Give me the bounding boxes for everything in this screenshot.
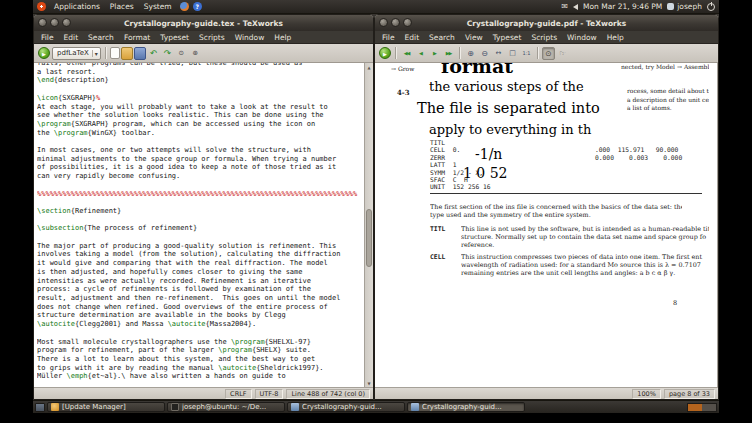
editor-line: \icon{SXGRAPH}% — [37, 94, 364, 103]
menu-edit[interactable]: Edit — [59, 31, 84, 44]
editor-scrollbar[interactable] — [364, 63, 373, 387]
taskbar-item[interactable]: Crystallography-guid... — [407, 402, 525, 412]
editor-line: process: a cycle of refinements is follo… — [37, 285, 364, 294]
taskbar-item[interactable]: Crystallography-guid... — [287, 402, 405, 412]
menu-view[interactable]: View — [460, 31, 488, 44]
menu-system[interactable]: System — [140, 0, 176, 13]
menu-edit[interactable]: Edit — [400, 31, 425, 44]
editor-window-title: Crystallography-guide.tex - TeXworks — [124, 19, 283, 28]
pdf-titlebar[interactable]: Crystallography-guide.pdf - TeXworks — [375, 15, 718, 31]
taskbar-item-label: Crystallography-guid... — [422, 403, 502, 411]
editor-line — [37, 181, 364, 190]
actual-size-icon[interactable]: 1:1 — [520, 47, 533, 60]
minimize-button[interactable] — [50, 18, 59, 27]
help-icon[interactable] — [193, 2, 202, 11]
editor-line: At each stage, you will probably want to… — [37, 103, 364, 112]
editor-line: see whether the solution looks realistic… — [37, 111, 364, 120]
editor-line — [37, 233, 364, 242]
workspace-1[interactable] — [688, 404, 702, 411]
status-page: page 8 of 33 — [664, 389, 715, 399]
zoom-out-icon[interactable]: ⊖ — [478, 47, 491, 60]
zoom-in-icon[interactable]: ⊕ — [464, 47, 477, 60]
scroll-up-icon[interactable] — [365, 63, 373, 71]
scrollbar-thumb[interactable] — [366, 209, 372, 267]
editor-content: fails, other programs can be tried, but … — [34, 63, 373, 387]
power-icon[interactable] — [707, 3, 715, 11]
open-icon[interactable] — [121, 47, 133, 60]
firefox-icon[interactable] — [180, 2, 189, 11]
menu-typeset[interactable]: Typeset — [155, 31, 194, 44]
taskbar-item-label: joseph@ubuntu: ~/De... — [182, 403, 266, 411]
editor-line: There is a lot to learn about this syste… — [37, 355, 364, 364]
save-icon[interactable] — [134, 47, 146, 60]
menu-window[interactable]: Window — [230, 31, 270, 44]
close-button[interactable] — [38, 18, 47, 27]
maximize-button[interactable] — [403, 18, 412, 27]
menu-scripts[interactable]: Scripts — [526, 31, 562, 44]
previous-page-icon[interactable]: ◀ — [414, 47, 427, 60]
taskbar: [Update Manager]joseph@ubuntu: ~/De...Cr… — [33, 400, 719, 413]
menu-typeset[interactable]: Typeset — [488, 31, 527, 44]
menu-search[interactable]: Search — [83, 31, 119, 44]
pdf-page[interactable]: → Grow format 4-3 the various steps of t… — [375, 63, 709, 387]
editor-text[interactable]: fails, other programs can be tried, but … — [34, 63, 364, 387]
menu-places[interactable]: Places — [106, 0, 138, 13]
undo-icon[interactable]: ↶ — [147, 47, 160, 60]
workspace-2[interactable] — [702, 404, 716, 411]
menu-search[interactable]: Search — [424, 31, 460, 44]
pdf-zoom-icons: ⊕⊖↔□1:1 — [464, 47, 533, 60]
menu-scripts[interactable]: Scripts — [194, 31, 230, 44]
taskbar-item-label: Crystallography-guid... — [302, 403, 382, 411]
editor-line — [37, 216, 364, 225]
typeset-button[interactable] — [379, 47, 391, 59]
pdf-code-line: UNIT 152 256 16 — [430, 183, 491, 190]
volume-icon[interactable] — [573, 4, 578, 10]
first-page-icon[interactable]: ◀◀ — [400, 47, 413, 60]
status-line-ending: CRLF — [225, 389, 251, 399]
maximize-button[interactable] — [62, 18, 71, 27]
typeset-button[interactable] — [38, 47, 50, 59]
pdf-tool-icons: ⊙☞ — [542, 47, 569, 60]
new-file-icon[interactable] — [110, 47, 120, 59]
pdf-paragraph-label: CELL — [430, 253, 445, 261]
fit-window-icon[interactable]: □ — [506, 47, 519, 60]
editor-toolbar-icons: ↶↷⊙⊛ — [110, 47, 202, 60]
status-encoding: UTF-8 — [255, 389, 284, 399]
minimize-button[interactable] — [391, 18, 400, 27]
fit-width-icon[interactable]: ↔ — [492, 47, 505, 60]
engine-selector[interactable]: pdfLaTeX — [52, 47, 101, 60]
scroll-down-icon[interactable] — [365, 379, 373, 387]
taskbar-item[interactable]: [Update Manager] — [47, 402, 165, 412]
ubuntu-logo-icon[interactable] — [37, 2, 46, 11]
mail-icon[interactable] — [561, 2, 568, 11]
pdf-margin-note: rocess, some detail about the — [627, 87, 709, 94]
menu-window[interactable]: Window — [562, 31, 602, 44]
next-page-icon[interactable]: ▶ — [428, 47, 441, 60]
user-status-icon — [667, 3, 674, 10]
taskbar-item[interactable]: joseph@ubuntu: ~/De... — [167, 402, 285, 412]
editor-line: it would give and comparing that with th… — [37, 259, 364, 268]
menu-file[interactable]: File — [377, 31, 400, 44]
magnifier-icon[interactable]: ⊙ — [542, 47, 555, 60]
last-page-icon[interactable]: ▶▶ — [442, 47, 455, 60]
pdf-content: → Grow format 4-3 the various steps of t… — [375, 63, 718, 387]
user-menu[interactable]: joseph — [667, 2, 702, 11]
redo-icon[interactable]: ↷ — [161, 47, 174, 60]
replace-icon[interactable]: ⊛ — [189, 47, 202, 60]
menu-format[interactable]: Format — [119, 31, 155, 44]
pdf-statusbar: 100% page 8 of 33 — [375, 387, 718, 399]
find-icon[interactable]: ⊙ — [175, 47, 188, 60]
taskbar-item-icon — [51, 403, 59, 411]
show-desktop-icon[interactable] — [35, 403, 45, 412]
pdf-paragraph-label: TITL — [430, 225, 445, 233]
editor-titlebar[interactable]: Crystallography-guide.tex - TeXworks — [34, 15, 373, 31]
menu-applications[interactable]: Applications — [50, 0, 104, 13]
clock[interactable]: Mon Mar 21, 9:46 PM — [583, 2, 662, 11]
menu-file[interactable]: File — [36, 31, 59, 44]
close-button[interactable] — [379, 18, 388, 27]
pdf-scrollbar[interactable] — [717, 63, 718, 387]
chevron-down-icon — [92, 50, 98, 57]
hand-icon[interactable]: ☞ — [556, 47, 569, 60]
menu-help[interactable]: Help — [269, 31, 296, 44]
menu-help[interactable]: Help — [602, 31, 629, 44]
